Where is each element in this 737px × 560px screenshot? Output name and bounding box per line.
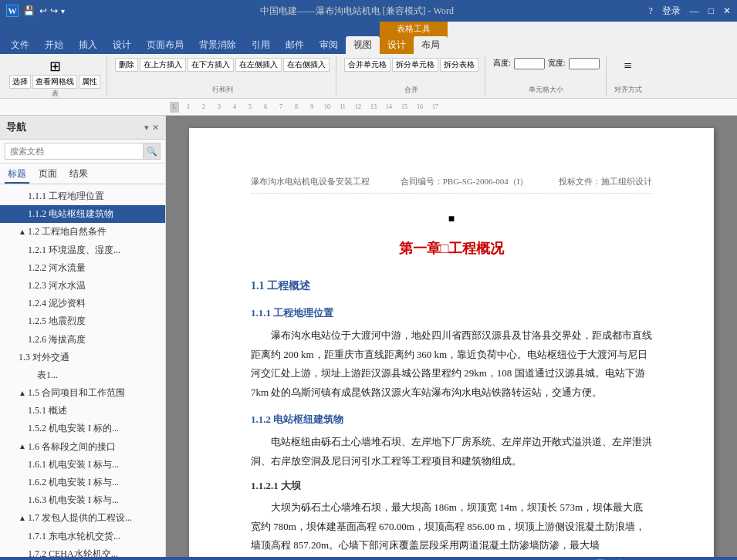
nav-item-7[interactable]: 1.2.4 泥沙资料: [0, 295, 165, 312]
insert-above-btn[interactable]: 在上方插入: [140, 58, 186, 72]
nav-tabs: 标题 页面 结果: [0, 164, 165, 184]
ribbon-group-size-label: 单元格大小: [529, 85, 563, 95]
tab-bg-remove[interactable]: 背景消除: [191, 36, 244, 54]
gridlines-btn[interactable]: 查看网格线: [32, 75, 77, 89]
nav-item-4[interactable]: 1.2.1 环境温度、湿度...: [0, 241, 165, 259]
section-1-label: 1.1 工程概述: [251, 280, 310, 292]
rows-btns: 删除 在上方插入 在下方插入 在左侧插入 在右侧插入: [115, 58, 330, 72]
nav-item-2[interactable]: 1.1.2 电站枢纽建筑物: [0, 205, 165, 223]
normal-tabs: 文件 开始 插入 设计 页面布局 背景消除 引用 邮件 审阅 视图: [0, 22, 380, 54]
sub-1-1-label: 1.1.1 工程地理位置: [251, 307, 333, 319]
nav-item-12[interactable]: ▲1.5 合同项目和工作范围: [0, 384, 165, 402]
doc-header-right: 投标文件：施工组织设计: [559, 174, 652, 190]
close-btn[interactable]: ✕: [723, 5, 731, 17]
nav-item-15[interactable]: ▲1.6 各标段之间的接口: [0, 438, 165, 456]
para-1-2: 电站枢纽由砾石土心墙堆石坝、左岸地下厂房系统、左岸岸边开敞式溢洪道、左岸泄洪洞、…: [251, 433, 652, 471]
nav-item-9[interactable]: 1.2.6 海拔高度: [0, 331, 165, 349]
ribbon-group-select: ⊞ 选择 查看网格线 属性 表: [3, 56, 107, 96]
nav-header: 导航 ▾ ✕: [0, 116, 165, 140]
document-area[interactable]: 瀑布沟水电站机电设备安装工程 合同编号：PBG-SG-2006-004（I） 投…: [166, 116, 737, 557]
tab-insert[interactable]: 插入: [71, 36, 105, 54]
nav-dropdown-icon[interactable]: ▾: [144, 123, 149, 133]
login-btn[interactable]: 登录: [662, 5, 681, 18]
title-bar: W 💾 ↩ ↪ ▾ 中国电建——瀑布沟电站机电 [兼容模式] - Word ? …: [0, 0, 737, 22]
search-button[interactable]: 🔍: [144, 143, 161, 160]
ribbon-row: 选择 查看网格线 属性: [9, 75, 100, 89]
ribbon-group-merge-label: 合并: [404, 85, 418, 95]
insert-left-btn[interactable]: 在左侧插入: [235, 58, 282, 72]
sub-sub-1-2-1-title: 1.1.2.1 大坝: [251, 477, 652, 494]
ruler-corner: L: [170, 102, 179, 113]
insert-below-btn[interactable]: 在下方插入: [188, 58, 234, 72]
nav-tab-results[interactable]: 结果: [66, 166, 91, 184]
expand-icon2: ▲: [19, 387, 26, 400]
ribbon-group-size: 高度: 宽度: 单元格大小: [487, 56, 607, 96]
merge-cells-btn[interactable]: 合并单元格: [344, 58, 390, 72]
height-input[interactable]: [514, 58, 545, 69]
tab-view[interactable]: 视图: [346, 36, 380, 54]
restore-btn[interactable]: □: [708, 5, 714, 17]
doc-header: 瀑布沟水电站机电设备安装工程 合同编号：PBG-SG-2006-004（I） 投…: [251, 174, 652, 194]
nav-item-21[interactable]: 1.7.2 CEHA水轮机交...: [0, 545, 165, 557]
search-input[interactable]: [5, 143, 144, 160]
nav-item-18[interactable]: 1.6.3 机电安装 I 标与...: [0, 491, 165, 509]
sub-1-2-label: 1.1.2 电站枢纽建筑物: [251, 413, 343, 425]
select-btn[interactable]: 选择: [9, 75, 31, 89]
width-input[interactable]: [569, 58, 600, 69]
tab-page-layout[interactable]: 页面布局: [139, 36, 191, 54]
undo-icon[interactable]: ↩: [39, 5, 47, 17]
ribbon-tab-container: 文件 开始 插入 设计 页面布局 背景消除 引用 邮件 审阅 视图 表格工具 设…: [0, 22, 737, 54]
doc-header-left: 瀑布沟水电站机电设备安装工程: [251, 174, 370, 190]
nav-item-19[interactable]: ▲1.7 发包人提供的工程设...: [0, 509, 165, 527]
split-table-btn[interactable]: 拆分表格: [440, 58, 478, 72]
nav-item-8[interactable]: 1.2.5 地震烈度: [0, 312, 165, 330]
ruler-marks: L 1 2 3 4 5 6 7 8 9 10 11 12 13 14 15 16…: [170, 102, 443, 113]
tab-table-layout[interactable]: 布局: [414, 36, 448, 54]
split-cells-btn[interactable]: 拆分单元格: [392, 58, 438, 72]
nav-item-11[interactable]: 表1...: [0, 366, 165, 384]
nav-item-6[interactable]: 1.2.3 河水水温: [0, 277, 165, 295]
nav-item-14[interactable]: 1.5.2 机电安装 I 标的...: [0, 420, 165, 437]
title-bar-left: W 💾 ↩ ↪ ▾: [6, 5, 65, 17]
nav-item-13[interactable]: 1.5.1 概述: [0, 402, 165, 420]
save-icon[interactable]: 💾: [22, 5, 36, 17]
nav-tab-headings[interactable]: 标题: [5, 166, 29, 184]
expand-icon: ▲: [19, 226, 26, 238]
tab-file[interactable]: 文件: [3, 36, 37, 54]
tab-design[interactable]: 设计: [105, 36, 139, 54]
nav-item-1[interactable]: 1.1.1 工程地理位置: [0, 187, 165, 205]
nav-item-16[interactable]: 1.6.1 机电安装 I 标与...: [0, 456, 165, 474]
word-icon: W: [6, 5, 19, 17]
tab-home[interactable]: 开始: [37, 36, 71, 54]
nav-item-5[interactable]: 1.2.2 河水流量: [0, 259, 165, 277]
align-icon: ≡: [624, 58, 631, 74]
del-btn[interactable]: 删除: [115, 58, 138, 72]
nav-item-17[interactable]: 1.6.2 机电安装 I 标与...: [0, 474, 165, 491]
extra-tab-group-label: 表格工具: [380, 22, 448, 36]
properties-btn[interactable]: 属性: [79, 75, 100, 89]
redo-icon[interactable]: ↪: [50, 5, 58, 17]
nav-tree: 1.1.1 工程地理位置 1.1.2 电站枢纽建筑物 ▲1.2 工程地自然条件 …: [0, 184, 165, 557]
nav-item-10[interactable]: 1.3 对外交通: [0, 349, 165, 366]
nav-item-20[interactable]: 1.7.1 东电水轮机交货...: [0, 528, 165, 545]
tab-review[interactable]: 审阅: [312, 36, 346, 54]
tab-table-design[interactable]: 设计: [380, 36, 414, 54]
nav-close-icon[interactable]: ✕: [152, 123, 159, 133]
section-1-title: 1.1 工程概述: [251, 276, 652, 295]
tab-mail[interactable]: 邮件: [278, 36, 312, 54]
nav-item-3[interactable]: ▲1.2 工程地自然条件: [0, 223, 165, 241]
para-1-2-1: 大坝为砾石土心墙堆石坝，最大坝高 186m，坝顶宽 14m，坝顶长 573m，坝…: [251, 498, 652, 555]
bullet-mark: ■: [251, 209, 652, 228]
nav-tab-pages[interactable]: 页面: [35, 166, 60, 184]
nav-title: 导航: [6, 120, 26, 134]
minimize-btn[interactable]: —: [690, 5, 699, 17]
status-bar: 第 2 页，共 24 页 15184 个字 中文(中国) ▣ 📄 🌐 100% …: [0, 557, 737, 560]
help-btn[interactable]: ?: [648, 5, 652, 17]
sub-section-1-1-title: 1.1.1 工程地理位置: [251, 304, 652, 322]
tab-references[interactable]: 引用: [244, 36, 278, 54]
insert-right-btn[interactable]: 在右侧插入: [283, 58, 330, 72]
title-text: 中国电建——瀑布沟电站机电 [兼容模式] - Word: [65, 5, 648, 18]
chapter-title: 第一章□工程概况: [251, 236, 652, 261]
sub-sub-label: 1.1.2.1 大坝: [251, 480, 301, 491]
main-layout: 导航 ▾ ✕ 🔍 标题 页面 结果 1.1.1 工程地理位置 1.1.2 电站枢…: [0, 116, 737, 557]
